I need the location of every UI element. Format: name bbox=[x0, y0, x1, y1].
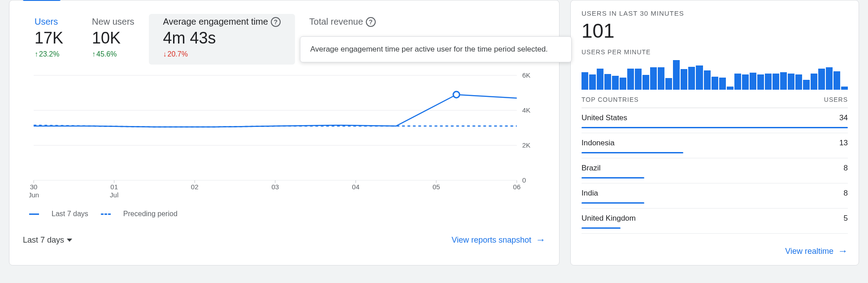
arrow-up-icon bbox=[92, 50, 95, 58]
svg-text:04: 04 bbox=[352, 183, 360, 191]
svg-text:01: 01 bbox=[110, 183, 118, 191]
th-users: USERS bbox=[824, 96, 848, 103]
svg-text:Jun: Jun bbox=[29, 191, 39, 199]
country-users: 5 bbox=[844, 214, 848, 223]
legend-label-0: Last 7 days bbox=[52, 210, 88, 218]
country-name: Indonesia bbox=[582, 139, 615, 148]
country-row[interactable]: Indonesia13 bbox=[582, 133, 848, 158]
users-per-minute-heading: USERS PER MINUTE bbox=[582, 48, 848, 56]
metric-change: 23.2% bbox=[35, 50, 63, 58]
country-row[interactable]: India8 bbox=[582, 183, 848, 209]
svg-text:4K: 4K bbox=[522, 106, 530, 114]
minute-bar bbox=[811, 74, 817, 90]
tooltip: Average engagement time per active user … bbox=[300, 36, 572, 62]
minute-bar bbox=[665, 78, 672, 90]
metric-value: 10K bbox=[92, 29, 134, 48]
range-selector[interactable]: Last 7 days bbox=[23, 235, 72, 245]
country-users: 34 bbox=[839, 113, 848, 122]
range-selector-label: Last 7 days bbox=[23, 235, 64, 245]
users-per-minute-chart bbox=[582, 60, 848, 90]
legend-swatch-solid bbox=[29, 213, 39, 215]
minute-bar bbox=[803, 80, 810, 90]
line-chart: 02K4K6K30Jun01Jul0203040506 bbox=[29, 73, 539, 203]
th-country: TOP COUNTRIES bbox=[582, 96, 639, 103]
country-row[interactable]: United Kingdom5 bbox=[582, 209, 848, 234]
countries-table-head: TOP COUNTRIES USERS bbox=[582, 96, 848, 108]
minute-bar bbox=[627, 69, 634, 90]
countries-table: United States34Indonesia13Brazil8India8U… bbox=[582, 108, 848, 234]
metric-label: Average engagement time? bbox=[163, 17, 281, 27]
svg-text:0: 0 bbox=[522, 176, 526, 184]
country-bar bbox=[582, 127, 848, 128]
legend-swatch-dash bbox=[101, 213, 111, 215]
metric-value: 4m 43s bbox=[163, 29, 281, 48]
minute-bar bbox=[658, 67, 664, 90]
help-icon[interactable]: ? bbox=[366, 17, 376, 27]
minute-bar bbox=[635, 69, 642, 90]
minute-bar bbox=[742, 74, 749, 90]
country-name: India bbox=[582, 189, 598, 198]
view-reports-snapshot-link[interactable]: View reports snapshot → bbox=[451, 234, 546, 246]
link-label: View realtime bbox=[785, 247, 833, 256]
country-bar bbox=[582, 202, 644, 204]
metric-tab-0[interactable]: Users17K 23.2% bbox=[20, 14, 78, 65]
arrow-right-icon: → bbox=[838, 245, 848, 257]
metric-change: 45.6% bbox=[92, 50, 134, 58]
minute-bar bbox=[712, 77, 718, 90]
minute-bar bbox=[750, 73, 756, 90]
metric-tab-2[interactable]: Average engagement time?4m 43s 20.7% bbox=[149, 14, 295, 65]
realtime-heading: USERS IN LAST 30 MINUTES bbox=[582, 9, 848, 17]
country-bar bbox=[582, 152, 683, 153]
minute-bar bbox=[795, 74, 802, 90]
metric-label: Total revenue? bbox=[309, 17, 376, 27]
active-tab-indicator bbox=[23, 0, 61, 1]
help-icon[interactable]: ? bbox=[271, 17, 281, 27]
minute-bar bbox=[582, 72, 588, 90]
svg-text:6K: 6K bbox=[522, 73, 530, 79]
arrow-up-icon bbox=[35, 50, 38, 58]
minute-bar bbox=[681, 69, 687, 90]
country-row[interactable]: United States34 bbox=[582, 108, 848, 133]
minute-bar bbox=[688, 67, 695, 90]
minute-bar bbox=[597, 69, 603, 90]
view-realtime-link[interactable]: View realtime → bbox=[785, 245, 848, 257]
country-users: 13 bbox=[839, 139, 848, 148]
minute-bar bbox=[780, 72, 787, 90]
minute-bar bbox=[734, 74, 741, 90]
minute-bar bbox=[826, 67, 833, 90]
tooltip-text: Average engagement time per active user … bbox=[310, 45, 548, 53]
minute-bar bbox=[704, 70, 711, 90]
minute-bar bbox=[604, 74, 611, 90]
minute-bar bbox=[696, 65, 703, 90]
minute-bar bbox=[719, 78, 726, 90]
realtime-card: USERS IN LAST 30 MINUTES 101 USERS PER M… bbox=[570, 0, 859, 266]
metric-label: Users bbox=[35, 17, 63, 27]
minute-bar bbox=[788, 74, 794, 90]
svg-text:06: 06 bbox=[513, 183, 521, 191]
realtime-user-count: 101 bbox=[582, 20, 848, 42]
country-bar bbox=[582, 227, 621, 229]
country-name: United Kingdom bbox=[582, 214, 636, 223]
country-name: Brazil bbox=[582, 164, 601, 173]
minute-bar bbox=[673, 60, 680, 90]
metric-label: New users bbox=[92, 17, 134, 27]
minute-bar bbox=[612, 76, 619, 90]
link-label: View reports snapshot bbox=[451, 235, 531, 245]
minute-bar bbox=[620, 78, 626, 90]
minute-bar bbox=[818, 69, 825, 90]
metric-tab-1[interactable]: New users10K 45.6% bbox=[78, 14, 148, 65]
arrow-right-icon: → bbox=[536, 234, 546, 246]
chevron-down-icon bbox=[67, 239, 72, 242]
arrow-down-icon bbox=[163, 50, 167, 58]
minute-bar bbox=[642, 75, 649, 90]
svg-text:Jul: Jul bbox=[110, 191, 118, 199]
minute-bar bbox=[727, 87, 733, 90]
minute-bar bbox=[757, 74, 764, 90]
country-row[interactable]: Brazil8 bbox=[582, 158, 848, 183]
svg-text:30: 30 bbox=[30, 183, 38, 191]
svg-text:2K: 2K bbox=[522, 141, 530, 149]
minute-bar bbox=[841, 87, 848, 90]
country-name: United States bbox=[582, 113, 627, 122]
svg-point-24 bbox=[453, 91, 460, 98]
svg-text:05: 05 bbox=[433, 183, 440, 191]
